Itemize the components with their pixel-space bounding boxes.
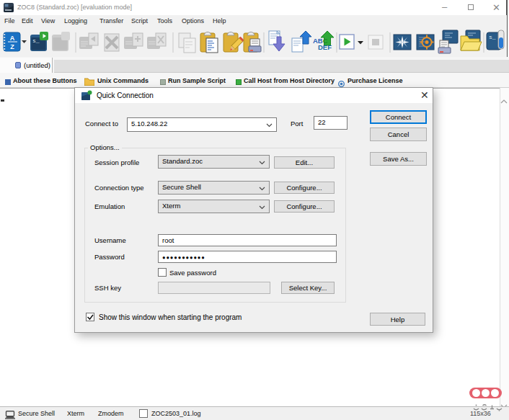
svg-text:DEF: DEF <box>318 43 332 51</box>
svg-text:Z: Z <box>10 43 14 50</box>
svg-text:s_: s_ <box>489 34 496 40</box>
svg-text:s_: s_ <box>32 37 40 44</box>
svg-text:A: A <box>10 35 15 42</box>
